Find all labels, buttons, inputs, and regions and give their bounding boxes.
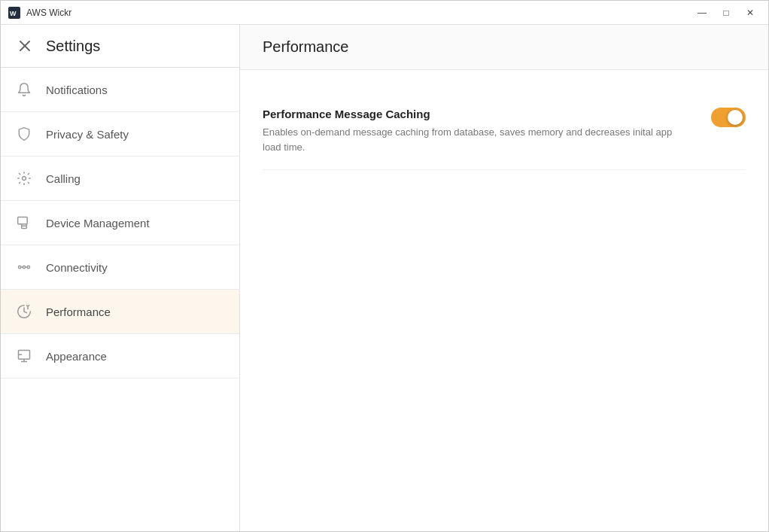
sidebar-item-label-connectivity: Connectivity (46, 261, 108, 274)
performance-caching-toggle[interactable] (711, 108, 746, 127)
setting-name: Performance Message Caching (263, 108, 681, 120)
sidebar-item-label-privacy: Privacy & Safety (46, 128, 129, 141)
shield-icon (16, 126, 32, 142)
content-title: Performance (263, 38, 349, 55)
toggle-slider (711, 108, 746, 127)
sidebar-item-appearance[interactable]: Appearance (1, 334, 239, 378)
app-icon: W (8, 7, 20, 19)
svg-text:W: W (10, 10, 17, 17)
title-bar-title: AWS Wickr (26, 8, 71, 18)
svg-rect-6 (22, 226, 27, 228)
connectivity-icon (16, 259, 32, 275)
sidebar-title: Settings (46, 38, 100, 55)
sidebar-item-label-performance: Performance (46, 306, 111, 318)
svg-rect-5 (18, 217, 28, 224)
main-content: Settings Notifications Privacy & Safety (1, 25, 768, 531)
phone-settings-icon (16, 170, 32, 187)
sidebar-item-performance[interactable]: Performance (1, 290, 239, 334)
app-window: W AWS Wickr — □ ✕ Settings (0, 0, 769, 532)
setting-row-performance-caching: Performance Message Caching Enables on-d… (263, 93, 746, 170)
window-close-button[interactable]: ✕ (740, 5, 761, 21)
sidebar-item-label-device: Device Management (46, 217, 150, 230)
bell-icon (16, 81, 32, 98)
minimize-button[interactable]: — (691, 5, 713, 21)
toggle-container (711, 108, 746, 127)
performance-icon (16, 303, 32, 320)
sidebar: Settings Notifications Privacy & Safety (1, 25, 240, 531)
setting-info: Performance Message Caching Enables on-d… (263, 108, 711, 154)
title-bar: W AWS Wickr — □ ✕ (1, 1, 768, 25)
sidebar-header: Settings (1, 25, 239, 68)
title-bar-controls: — □ ✕ (691, 5, 761, 21)
sidebar-item-calling[interactable]: Calling (1, 157, 239, 201)
content-area: Performance Performance Message Caching … (240, 25, 768, 531)
setting-description: Enables on-demand message caching from d… (263, 125, 681, 154)
sidebar-item-device[interactable]: Device Management (1, 201, 239, 245)
content-header: Performance (240, 25, 768, 70)
maximize-button[interactable]: □ (716, 5, 737, 21)
sidebar-close-button[interactable] (16, 37, 34, 55)
content-body: Performance Message Caching Enables on-d… (240, 70, 768, 531)
sidebar-nav: Notifications Privacy & Safety Calling (1, 68, 239, 531)
svg-point-4 (23, 177, 26, 181)
title-bar-left: W AWS Wickr (8, 7, 71, 19)
sidebar-item-connectivity[interactable]: Connectivity (1, 245, 239, 290)
sidebar-item-privacy[interactable]: Privacy & Safety (1, 112, 239, 157)
appearance-icon (16, 348, 32, 364)
sidebar-item-notifications[interactable]: Notifications (1, 68, 239, 112)
device-icon (16, 214, 32, 231)
sidebar-item-label-calling: Calling (46, 172, 81, 185)
sidebar-item-label-notifications: Notifications (46, 84, 108, 96)
sidebar-item-label-appearance: Appearance (46, 350, 107, 363)
